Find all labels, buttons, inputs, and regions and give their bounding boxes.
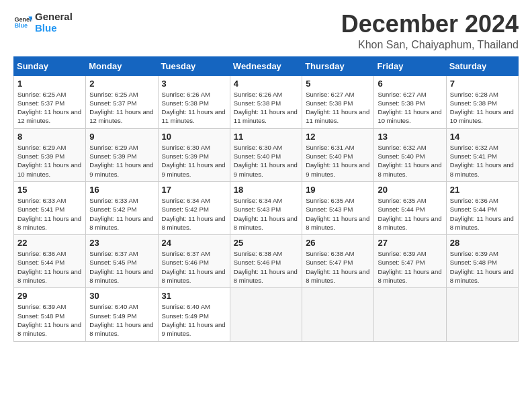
day-info: Sunrise: 6:25 AM Sunset: 5:37 PM Dayligh… — [89, 90, 154, 126]
day-info: Sunrise: 6:26 AM Sunset: 5:38 PM Dayligh… — [234, 90, 298, 126]
day-number: 7 — [450, 79, 515, 89]
calendar-cell: 26 Sunrise: 6:38 AM Sunset: 5:47 PM Dayl… — [302, 235, 374, 288]
calendar-cell: 10 Sunrise: 6:30 AM Sunset: 5:39 PM Dayl… — [158, 128, 230, 181]
calendar-cell: 23 Sunrise: 6:37 AM Sunset: 5:45 PM Dayl… — [86, 235, 158, 288]
day-number: 17 — [162, 185, 226, 195]
day-number: 6 — [378, 79, 442, 89]
day-info: Sunrise: 6:38 AM Sunset: 5:47 PM Dayligh… — [306, 249, 370, 285]
calendar-cell: 24 Sunrise: 6:37 AM Sunset: 5:46 PM Dayl… — [158, 235, 230, 288]
day-number: 8 — [17, 132, 82, 142]
calendar-cell: 8 Sunrise: 6:29 AM Sunset: 5:39 PM Dayli… — [14, 128, 86, 181]
day-number: 14 — [450, 132, 515, 142]
day-number: 27 — [378, 238, 442, 248]
weekday-header-monday: Monday — [86, 56, 158, 75]
calendar-cell: 31 Sunrise: 6:40 AM Sunset: 5:49 PM Dayl… — [158, 288, 230, 341]
calendar-cell: 19 Sunrise: 6:35 AM Sunset: 5:43 PM Dayl… — [302, 181, 374, 234]
day-number: 11 — [234, 132, 298, 142]
weekday-header-row: SundayMondayTuesdayWednesdayThursdayFrid… — [14, 56, 519, 75]
day-info: Sunrise: 6:34 AM Sunset: 5:43 PM Dayligh… — [234, 196, 298, 232]
day-info: Sunrise: 6:39 AM Sunset: 5:48 PM Dayligh… — [450, 249, 515, 285]
day-number: 3 — [162, 79, 226, 89]
calendar-cell: 16 Sunrise: 6:33 AM Sunset: 5:42 PM Dayl… — [86, 181, 158, 234]
day-info: Sunrise: 6:32 AM Sunset: 5:40 PM Dayligh… — [378, 143, 442, 179]
calendar-cell: 22 Sunrise: 6:36 AM Sunset: 5:44 PM Dayl… — [14, 235, 86, 288]
calendar-cell — [446, 288, 518, 341]
calendar-week-2: 8 Sunrise: 6:29 AM Sunset: 5:39 PM Dayli… — [14, 128, 519, 181]
day-info: Sunrise: 6:27 AM Sunset: 5:38 PM Dayligh… — [378, 90, 442, 126]
weekday-header-tuesday: Tuesday — [158, 56, 230, 75]
calendar-cell: 1 Sunrise: 6:25 AM Sunset: 5:37 PM Dayli… — [14, 75, 86, 128]
day-number: 26 — [306, 238, 370, 248]
day-info: Sunrise: 6:37 AM Sunset: 5:46 PM Dayligh… — [162, 249, 226, 285]
day-info: Sunrise: 6:32 AM Sunset: 5:41 PM Dayligh… — [450, 143, 515, 179]
day-info: Sunrise: 6:30 AM Sunset: 5:39 PM Dayligh… — [162, 143, 226, 179]
calendar-cell: 6 Sunrise: 6:27 AM Sunset: 5:38 PM Dayli… — [374, 75, 446, 128]
month-title: December 2024 — [341, 11, 519, 38]
day-number: 10 — [162, 132, 226, 142]
day-info: Sunrise: 6:37 AM Sunset: 5:45 PM Dayligh… — [89, 249, 154, 285]
day-info: Sunrise: 6:35 AM Sunset: 5:43 PM Dayligh… — [306, 196, 370, 232]
day-info: Sunrise: 6:30 AM Sunset: 5:40 PM Dayligh… — [234, 143, 298, 179]
calendar-cell: 7 Sunrise: 6:28 AM Sunset: 5:38 PM Dayli… — [446, 75, 518, 128]
day-number: 23 — [89, 238, 154, 248]
day-info: Sunrise: 6:36 AM Sunset: 5:44 PM Dayligh… — [17, 249, 82, 285]
day-number: 18 — [234, 185, 298, 195]
day-number: 20 — [378, 185, 442, 195]
logo-text: General Blue — [35, 11, 73, 34]
logo: General Blue General Blue — [13, 11, 73, 34]
svg-text:Blue: Blue — [14, 23, 28, 30]
calendar-week-5: 29 Sunrise: 6:39 AM Sunset: 5:48 PM Dayl… — [14, 288, 519, 341]
day-number: 28 — [450, 238, 515, 248]
day-number: 30 — [89, 291, 154, 301]
day-info: Sunrise: 6:39 AM Sunset: 5:47 PM Dayligh… — [378, 249, 442, 285]
day-number: 16 — [89, 185, 154, 195]
weekday-header-saturday: Saturday — [446, 56, 518, 75]
day-info: Sunrise: 6:36 AM Sunset: 5:44 PM Dayligh… — [450, 196, 515, 232]
weekday-header-sunday: Sunday — [14, 56, 86, 75]
calendar-cell: 25 Sunrise: 6:38 AM Sunset: 5:46 PM Dayl… — [230, 235, 302, 288]
calendar-cell: 3 Sunrise: 6:26 AM Sunset: 5:38 PM Dayli… — [158, 75, 230, 128]
calendar-cell — [230, 288, 302, 341]
calendar-cell: 9 Sunrise: 6:29 AM Sunset: 5:39 PM Dayli… — [86, 128, 158, 181]
day-info: Sunrise: 6:28 AM Sunset: 5:38 PM Dayligh… — [450, 90, 515, 126]
day-info: Sunrise: 6:40 AM Sunset: 5:49 PM Dayligh… — [162, 302, 226, 338]
day-number: 19 — [306, 185, 370, 195]
day-info: Sunrise: 6:26 AM Sunset: 5:38 PM Dayligh… — [162, 90, 226, 126]
calendar-cell — [374, 288, 446, 341]
day-info: Sunrise: 6:40 AM Sunset: 5:49 PM Dayligh… — [89, 302, 154, 338]
day-number: 31 — [162, 291, 226, 301]
calendar-cell: 14 Sunrise: 6:32 AM Sunset: 5:41 PM Dayl… — [446, 128, 518, 181]
day-number: 13 — [378, 132, 442, 142]
calendar-cell: 20 Sunrise: 6:35 AM Sunset: 5:44 PM Dayl… — [374, 181, 446, 234]
day-number: 5 — [306, 79, 370, 89]
day-info: Sunrise: 6:38 AM Sunset: 5:46 PM Dayligh… — [234, 249, 298, 285]
day-info: Sunrise: 6:39 AM Sunset: 5:48 PM Dayligh… — [17, 302, 82, 338]
day-number: 12 — [306, 132, 370, 142]
day-number: 15 — [17, 185, 82, 195]
logo-icon: General Blue — [13, 13, 32, 32]
calendar-cell: 12 Sunrise: 6:31 AM Sunset: 5:40 PM Dayl… — [302, 128, 374, 181]
day-info: Sunrise: 6:31 AM Sunset: 5:40 PM Dayligh… — [306, 143, 370, 179]
calendar-week-4: 22 Sunrise: 6:36 AM Sunset: 5:44 PM Dayl… — [14, 235, 519, 288]
calendar-cell: 17 Sunrise: 6:34 AM Sunset: 5:42 PM Dayl… — [158, 181, 230, 234]
calendar-cell — [302, 288, 374, 341]
day-number: 4 — [234, 79, 298, 89]
calendar-cell: 2 Sunrise: 6:25 AM Sunset: 5:37 PM Dayli… — [86, 75, 158, 128]
calendar-cell: 5 Sunrise: 6:27 AM Sunset: 5:38 PM Dayli… — [302, 75, 374, 128]
calendar-cell: 4 Sunrise: 6:26 AM Sunset: 5:38 PM Dayli… — [230, 75, 302, 128]
calendar-cell: 21 Sunrise: 6:36 AM Sunset: 5:44 PM Dayl… — [446, 181, 518, 234]
calendar-cell: 13 Sunrise: 6:32 AM Sunset: 5:40 PM Dayl… — [374, 128, 446, 181]
day-info: Sunrise: 6:29 AM Sunset: 5:39 PM Dayligh… — [17, 143, 82, 179]
day-number: 21 — [450, 185, 515, 195]
day-info: Sunrise: 6:29 AM Sunset: 5:39 PM Dayligh… — [89, 143, 154, 179]
day-info: Sunrise: 6:33 AM Sunset: 5:41 PM Dayligh… — [17, 196, 82, 232]
calendar-week-3: 15 Sunrise: 6:33 AM Sunset: 5:41 PM Dayl… — [14, 181, 519, 234]
calendar-cell: 11 Sunrise: 6:30 AM Sunset: 5:40 PM Dayl… — [230, 128, 302, 181]
calendar-cell: 18 Sunrise: 6:34 AM Sunset: 5:43 PM Dayl… — [230, 181, 302, 234]
calendar-cell: 28 Sunrise: 6:39 AM Sunset: 5:48 PM Dayl… — [446, 235, 518, 288]
day-number: 9 — [89, 132, 154, 142]
weekday-header-thursday: Thursday — [302, 56, 374, 75]
calendar-cell: 15 Sunrise: 6:33 AM Sunset: 5:41 PM Dayl… — [14, 181, 86, 234]
day-number: 1 — [17, 79, 82, 89]
day-info: Sunrise: 6:25 AM Sunset: 5:37 PM Dayligh… — [17, 90, 82, 126]
